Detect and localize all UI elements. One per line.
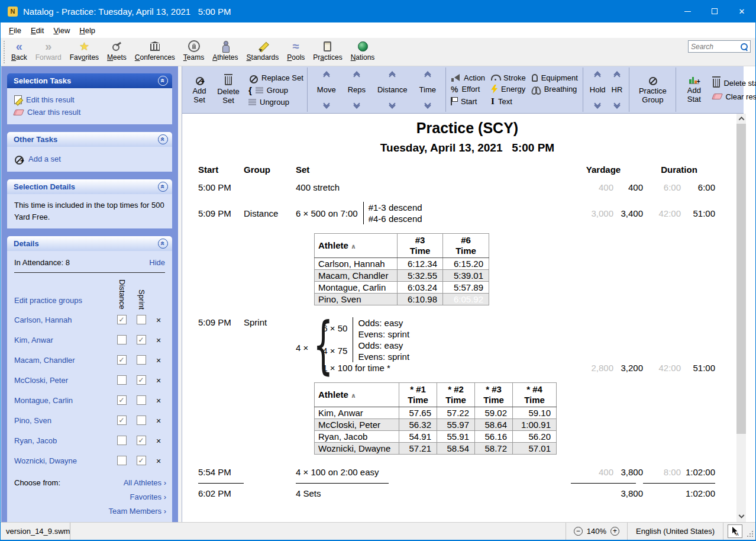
practice-document[interactable]: Practice (SCY) Tuesday, April 13, 2021 5…: [182, 114, 736, 522]
practice-group-button[interactable]: Practice Group: [633, 75, 672, 104]
move-up-button[interactable]: [324, 72, 329, 79]
result-time[interactable]: 54.91: [399, 431, 437, 443]
standards-button[interactable]: Standards: [243, 38, 283, 62]
back-button[interactable]: « Back: [7, 38, 31, 62]
athlete-name-link[interactable]: McCloski, Peter: [14, 376, 112, 385]
set-row[interactable]: 5:09 PM Sprint 4 × { 6 × 50 Odds: easy: [198, 317, 736, 373]
collapse-chevron-icon[interactable]: [158, 134, 168, 144]
team-members-link[interactable]: Team Members ›: [108, 507, 166, 516]
set-row[interactable]: 5:09 PM Distance 6 × 500 on 7:00 #1-3 de…: [198, 202, 736, 224]
menu-view[interactable]: View: [49, 24, 75, 37]
distance-checkbox[interactable]: [117, 456, 127, 465]
all-athletes-link[interactable]: All Athletes ›: [108, 478, 166, 487]
remove-athlete-button[interactable]: ✕: [156, 317, 161, 324]
selection-tasks-header[interactable]: Selection Tasks: [7, 73, 172, 88]
distance-checkbox[interactable]: ✓: [117, 416, 127, 425]
search-icon[interactable]: [740, 43, 748, 51]
result-time[interactable]: 5:39.01: [443, 270, 489, 282]
language-indicator[interactable]: English (United States): [627, 523, 723, 540]
scroll-up-button[interactable]: [736, 114, 746, 124]
remove-athlete-button[interactable]: ✕: [156, 357, 161, 364]
toolbar-grip[interactable]: [4, 41, 5, 63]
remove-athlete-button[interactable]: ✕: [156, 437, 161, 445]
hold-up-button[interactable]: [595, 72, 600, 79]
athletes-button[interactable]: Athletes: [208, 38, 242, 62]
result-time[interactable]: 6:10.98: [398, 294, 443, 305]
distance-checkbox[interactable]: [117, 335, 127, 344]
set-row[interactable]: 5:00 PM 400 stretch 400 400 6:00 6:00: [198, 182, 736, 193]
sprint-checkbox[interactable]: [137, 395, 146, 405]
athlete-name-link[interactable]: Kim, Anwar: [14, 336, 112, 344]
remove-athlete-button[interactable]: ✕: [156, 397, 161, 404]
menu-help[interactable]: Help: [75, 24, 100, 37]
stroke-button[interactable]: Stroke: [491, 73, 526, 82]
distance-checkbox[interactable]: ✓: [117, 395, 127, 405]
time-column-header[interactable]: * #2Time: [437, 383, 475, 407]
selected-result-time[interactable]: 6:05.92: [443, 294, 489, 305]
time-column-header[interactable]: #3Time: [398, 234, 443, 258]
zoom-in-button[interactable]: +: [610, 527, 619, 536]
other-tasks-header[interactable]: Other Tasks: [7, 132, 172, 147]
athlete-name-link[interactable]: Woznicki, Dwayne: [14, 456, 112, 465]
clear-this-result-link[interactable]: Clear this result: [14, 106, 166, 118]
reps-down-button[interactable]: [354, 101, 359, 108]
result-time[interactable]: 1:00.91: [513, 419, 557, 431]
time-column-header[interactable]: * #4Time: [513, 383, 557, 407]
meets-button[interactable]: Meets: [103, 38, 131, 62]
result-time[interactable]: 55.97: [437, 419, 475, 431]
energy-button[interactable]: Energy: [491, 85, 526, 94]
maximize-button[interactable]: [701, 0, 728, 22]
ungroup-button[interactable]: Ungroup: [248, 98, 303, 107]
remove-athlete-button[interactable]: ✕: [156, 458, 161, 465]
sprint-checkbox[interactable]: ✓: [137, 375, 146, 385]
result-time[interactable]: 59.02: [475, 407, 513, 419]
time-column-header[interactable]: * #3Time: [475, 383, 513, 407]
remove-athlete-button[interactable]: ✕: [156, 337, 161, 344]
teams-button[interactable]: Teams: [179, 38, 208, 62]
scrollbar-thumb[interactable]: [736, 124, 746, 434]
conferences-button[interactable]: Conferences: [131, 38, 179, 62]
remove-athlete-button[interactable]: ✕: [156, 377, 161, 384]
result-time[interactable]: 58.64: [475, 419, 513, 431]
distance-checkbox[interactable]: ✓: [117, 315, 127, 324]
close-button[interactable]: ✕: [728, 0, 755, 22]
time-column-header[interactable]: #6Time: [443, 234, 489, 258]
scroll-down-button[interactable]: [736, 512, 746, 522]
search-input[interactable]: [689, 43, 740, 51]
text-button[interactable]: IText: [491, 96, 526, 107]
nations-button[interactable]: Nations: [347, 38, 379, 62]
result-time[interactable]: 6:15.20: [443, 258, 489, 270]
pools-button[interactable]: ≈ Pools: [283, 38, 309, 62]
distance-up-button[interactable]: [390, 72, 395, 79]
effort-button[interactable]: %Effort: [451, 85, 485, 94]
vertical-scrollbar[interactable]: [736, 114, 746, 522]
distance-checkbox[interactable]: [117, 436, 127, 445]
add-stat-button[interactable]: Add Stat: [680, 76, 708, 104]
input-mode-button[interactable]: A: [728, 524, 742, 538]
distance-down-button[interactable]: [390, 101, 395, 108]
selection-details-header[interactable]: Selection Details: [7, 179, 172, 194]
hr-up-button[interactable]: [615, 72, 619, 79]
pane-divider[interactable]: [178, 66, 182, 522]
equipment-button[interactable]: Equipment: [532, 73, 578, 82]
sprint-checkbox[interactable]: [137, 355, 146, 365]
remove-athlete-button[interactable]: ✕: [156, 417, 161, 424]
edit-this-result-link[interactable]: Edit this result: [14, 94, 166, 106]
sprint-checkbox[interactable]: ✓: [137, 456, 146, 465]
edit-practice-groups-link[interactable]: Edit practice groups: [14, 296, 112, 305]
details-header[interactable]: Details: [7, 236, 172, 251]
distance-checkbox[interactable]: [117, 375, 127, 385]
collapse-chevron-icon[interactable]: [158, 239, 168, 249]
collapse-chevron-icon[interactable]: [158, 76, 168, 86]
action-button[interactable]: Action: [451, 73, 485, 82]
hr-down-button[interactable]: [615, 101, 619, 108]
zoom-out-button[interactable]: −: [574, 527, 583, 536]
distance-checkbox[interactable]: ✓: [117, 355, 127, 365]
result-time[interactable]: 57.21: [399, 443, 437, 455]
result-time[interactable]: 56.16: [475, 431, 513, 443]
favorites-link[interactable]: Favorites ›: [108, 492, 166, 501]
move-down-button[interactable]: [324, 101, 329, 108]
result-time[interactable]: 59.10: [513, 407, 557, 419]
add-set-button[interactable]: Add Set: [186, 75, 213, 104]
menu-edit[interactable]: Edit: [26, 24, 49, 37]
